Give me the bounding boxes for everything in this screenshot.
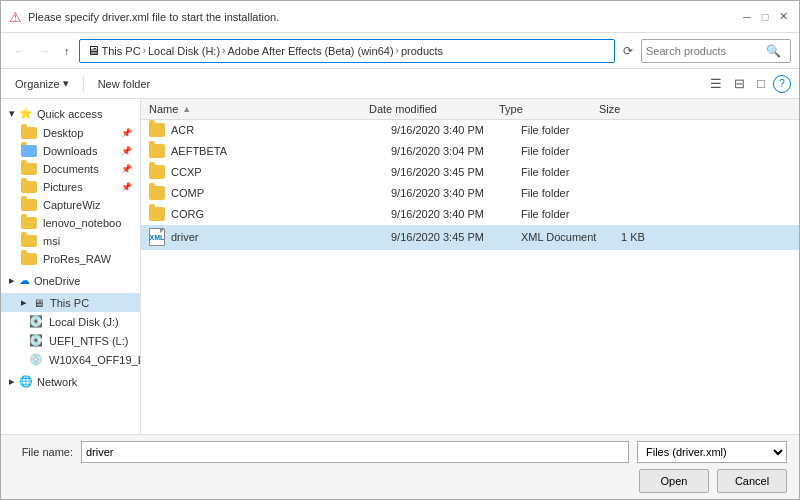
msi-folder-icon bbox=[21, 235, 37, 247]
row-type: XML Document bbox=[521, 231, 621, 243]
network-section: ▸ 🌐 Network bbox=[1, 371, 140, 392]
help-button[interactable]: ? bbox=[773, 75, 791, 93]
table-row[interactable]: AEFTBETA 9/16/2020 3:04 PM File folder bbox=[141, 141, 799, 162]
table-row[interactable]: COMP 9/16/2020 3:40 PM File folder bbox=[141, 183, 799, 204]
desktop-folder-icon bbox=[21, 127, 37, 139]
refresh-button[interactable]: ⟳ bbox=[619, 42, 637, 60]
up-button[interactable]: ↑ bbox=[59, 42, 75, 60]
network-header[interactable]: ▸ 🌐 Network bbox=[1, 371, 140, 392]
toolbar: Organize ▾ New folder ☰ ⊟ □ ? bbox=[1, 69, 799, 99]
row-date: 9/16/2020 3:40 PM bbox=[391, 208, 521, 220]
quick-access-label: Quick access bbox=[37, 108, 102, 120]
sidebar-item-capturewiz[interactable]: CaptureWiz bbox=[1, 196, 140, 214]
onedrive-header[interactable]: ▸ ☁ OneDrive bbox=[1, 270, 140, 291]
file-rows-container: ACR 9/16/2020 3:40 PM File folder AEFTBE… bbox=[141, 120, 799, 250]
search-box: 🔍 bbox=[641, 39, 791, 63]
sidebar-item-msi[interactable]: msi bbox=[1, 232, 140, 250]
folder-icon bbox=[149, 186, 165, 200]
cancel-button[interactable]: Cancel bbox=[717, 469, 787, 493]
organize-button[interactable]: Organize ▾ bbox=[9, 75, 75, 92]
new-folder-button[interactable]: New folder bbox=[92, 76, 157, 92]
toolbar-right: ☰ ⊟ □ ? bbox=[706, 74, 791, 93]
network-icon: 🌐 bbox=[19, 375, 33, 388]
table-row[interactable]: XML driver 9/16/2020 3:45 PM XML Documen… bbox=[141, 225, 799, 250]
table-row[interactable]: ACR 9/16/2020 3:40 PM File folder bbox=[141, 120, 799, 141]
col-date-header[interactable]: Date modified bbox=[369, 103, 499, 115]
row-name: driver bbox=[171, 231, 391, 243]
documents-folder-icon bbox=[21, 163, 37, 175]
col-size-header[interactable]: Size bbox=[599, 103, 659, 115]
breadcrumb-thispc-label[interactable]: This PC bbox=[102, 45, 141, 57]
col-size-label: Size bbox=[599, 103, 620, 115]
row-date: 9/16/2020 3:40 PM bbox=[391, 124, 521, 136]
title-bar-left: ⚠ Please specify driver.xml file to star… bbox=[9, 9, 279, 25]
xml-file-icon: XML bbox=[149, 228, 165, 246]
sidebar-item-w10[interactable]: 💿 W10X64_OFF19_EI bbox=[1, 350, 140, 369]
warning-icon: ⚠ bbox=[9, 9, 22, 25]
thispc-icon: 🖥 bbox=[33, 297, 44, 309]
view-list-button[interactable]: ☰ bbox=[706, 74, 726, 93]
sidebar-item-prores[interactable]: ProRes_RAW bbox=[1, 250, 140, 268]
downloads-folder-icon bbox=[21, 145, 37, 157]
preview-button[interactable]: □ bbox=[753, 74, 769, 93]
maximize-button[interactable]: □ bbox=[757, 9, 773, 25]
sidebar-downloads-label: Downloads bbox=[43, 145, 97, 157]
onedrive-section: ▸ ☁ OneDrive bbox=[1, 270, 140, 291]
file-list: Name ▲ Date modified Type Size ACR 9/16/… bbox=[141, 99, 799, 434]
thispc-expand-icon: ▸ bbox=[21, 296, 27, 309]
search-input[interactable] bbox=[646, 45, 766, 57]
row-type: File folder bbox=[521, 166, 621, 178]
thispc-header[interactable]: ▸ 🖥 This PC bbox=[1, 293, 140, 312]
back-button[interactable]: ← bbox=[9, 42, 30, 60]
col-type-label: Type bbox=[499, 103, 523, 115]
view-detail-button[interactable]: ⊟ bbox=[730, 74, 749, 93]
sidebar-item-lenovo[interactable]: lenovo_noteboo bbox=[1, 214, 140, 232]
col-type-header[interactable]: Type bbox=[499, 103, 599, 115]
onedrive-expand-icon: ▸ bbox=[9, 274, 15, 287]
breadcrumb-current: products bbox=[401, 45, 443, 57]
network-label: Network bbox=[37, 376, 77, 388]
sidebar-documents-label: Documents bbox=[43, 163, 99, 175]
row-type: File folder bbox=[521, 208, 621, 220]
col-date-label: Date modified bbox=[369, 103, 437, 115]
breadcrumb-aftereffects[interactable]: Adobe After Effects (Beta) (win64) bbox=[227, 45, 393, 57]
sidebar-item-downloads[interactable]: Downloads 📌 bbox=[1, 142, 140, 160]
forward-button[interactable]: → bbox=[34, 42, 55, 60]
table-row[interactable]: CORG 9/16/2020 3:40 PM File folder bbox=[141, 204, 799, 225]
title-bar-controls: ─ □ ✕ bbox=[739, 9, 791, 25]
row-date: 9/16/2020 3:45 PM bbox=[391, 166, 521, 178]
open-button[interactable]: Open bbox=[639, 469, 709, 493]
close-button[interactable]: ✕ bbox=[775, 9, 791, 25]
sidebar-item-desktop[interactable]: Desktop 📌 bbox=[1, 124, 140, 142]
filename-input[interactable] bbox=[81, 441, 629, 463]
w10-drive-icon: 💿 bbox=[29, 353, 43, 366]
quick-access-section: ▾ ⭐ Quick access Desktop 📌 Downloads 📌 D… bbox=[1, 103, 140, 268]
onedrive-icon: ☁ bbox=[19, 274, 30, 287]
pin-icon-3: 📌 bbox=[121, 164, 132, 174]
sidebar-lenovo-label: lenovo_noteboo bbox=[43, 217, 121, 229]
thispc-section: ▸ 🖥 This PC 💽 Local Disk (J:) 💽 UEFI_NTF… bbox=[1, 293, 140, 369]
folder-icon bbox=[149, 123, 165, 137]
sidebar-item-uefi[interactable]: 💽 UEFI_NTFS (L:) bbox=[1, 331, 140, 350]
row-type: File folder bbox=[521, 145, 621, 157]
onedrive-label: OneDrive bbox=[34, 275, 80, 287]
row-name: AEFTBETA bbox=[171, 145, 391, 157]
col-name-header[interactable]: Name ▲ bbox=[149, 103, 369, 115]
row-name: CCXP bbox=[171, 166, 391, 178]
breadcrumb-localdisk[interactable]: Local Disk (H:) bbox=[148, 45, 220, 57]
folder-icon bbox=[149, 165, 165, 179]
filetype-select[interactable]: Files (driver.xml) bbox=[637, 441, 787, 463]
minimize-button[interactable]: ─ bbox=[739, 9, 755, 25]
table-row[interactable]: CCXP 9/16/2020 3:45 PM File folder bbox=[141, 162, 799, 183]
sidebar-capturewiz-label: CaptureWiz bbox=[43, 199, 100, 211]
prores-folder-icon bbox=[21, 253, 37, 265]
sidebar-item-pictures[interactable]: Pictures 📌 bbox=[1, 178, 140, 196]
file-list-header: Name ▲ Date modified Type Size bbox=[141, 99, 799, 120]
sidebar-desktop-label: Desktop bbox=[43, 127, 83, 139]
sidebar-item-documents[interactable]: Documents 📌 bbox=[1, 160, 140, 178]
quick-access-header[interactable]: ▾ ⭐ Quick access bbox=[1, 103, 140, 124]
sort-arrow-icon: ▲ bbox=[182, 104, 191, 114]
uefi-drive-icon: 💽 bbox=[29, 334, 43, 347]
quick-access-icon: ⭐ bbox=[19, 107, 33, 120]
sidebar-item-localdiskj[interactable]: 💽 Local Disk (J:) bbox=[1, 312, 140, 331]
